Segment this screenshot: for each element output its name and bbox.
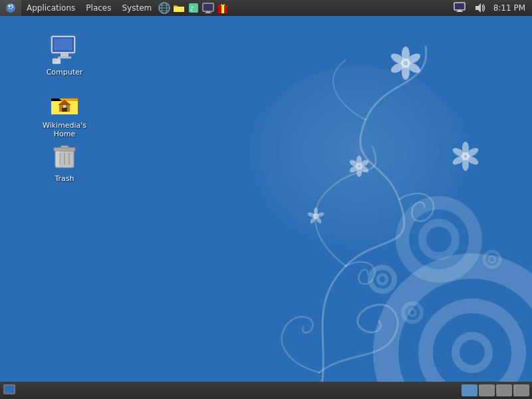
- svg-point-20: [465, 154, 479, 167]
- svg-point-40: [8, 5, 11, 7]
- svg-point-35: [309, 215, 317, 224]
- svg-rect-61: [458, 10, 462, 11]
- screen-icon: [202, 2, 214, 14]
- panel-left: Applications Places System: [0, 0, 230, 16]
- network-status-icon[interactable]: [451, 0, 468, 16]
- gnome-logo: [0, 0, 21, 16]
- trash-icon[interactable]: Trash: [35, 137, 94, 186]
- svg-point-42: [12, 7, 13, 8]
- workspace-4-button[interactable]: [513, 384, 529, 396]
- clock-display[interactable]: 8:11 PM: [491, 0, 528, 16]
- svg-rect-68: [54, 39, 72, 51]
- folder-icon: [173, 2, 185, 14]
- volume-icon: [473, 2, 485, 14]
- computer-icon[interactable]: Computer: [35, 31, 94, 79]
- svg-point-7: [403, 303, 422, 322]
- svg-point-43: [11, 8, 12, 9]
- trash-svg: [49, 140, 80, 172]
- svg-rect-84: [5, 386, 14, 393]
- svg-point-33: [316, 211, 325, 217]
- places-menu[interactable]: Places: [80, 0, 116, 16]
- svg-point-38: [239, 66, 479, 279]
- svg-rect-78: [61, 146, 68, 148]
- svg-text:♪: ♪: [190, 5, 194, 12]
- svg-point-21: [462, 158, 469, 171]
- svg-point-24: [462, 152, 469, 160]
- svg-rect-75: [63, 105, 66, 108]
- svg-rect-58: [221, 5, 224, 13]
- screen-applet-icon[interactable]: [201, 1, 215, 15]
- svg-point-31: [356, 163, 362, 170]
- gnome-foot-icon: [5, 3, 16, 13]
- top-panel: Applications Places System: [0, 0, 532, 16]
- globe-icon: [158, 2, 170, 14]
- home-svg: [49, 86, 80, 118]
- svg-point-2: [456, 336, 489, 369]
- globe-applet-icon[interactable]: [158, 1, 171, 15]
- svg-rect-70: [54, 60, 55, 61]
- svg-point-17: [401, 59, 410, 68]
- bottom-panel: [0, 382, 532, 399]
- svg-point-22: [451, 154, 466, 167]
- svg-point-15: [389, 61, 406, 74]
- svg-rect-71: [56, 60, 59, 61]
- svg-point-39: [6, 3, 15, 13]
- wikimediashome-label: Wikimedia's Home: [37, 121, 92, 138]
- workspace-2-button[interactable]: [479, 384, 495, 396]
- desktop-icon-small: [3, 384, 15, 396]
- svg-rect-53: [206, 11, 210, 13]
- svg-point-13: [406, 61, 422, 74]
- trash-label: Trash: [55, 174, 74, 183]
- svg-point-19: [465, 146, 479, 159]
- svg-point-30: [348, 159, 359, 168]
- svg-point-29: [348, 165, 359, 174]
- svg-point-26: [359, 159, 370, 168]
- svg-point-27: [359, 165, 370, 174]
- svg-point-5: [370, 267, 394, 291]
- svg-point-10: [489, 256, 495, 263]
- svg-rect-60: [455, 3, 464, 9]
- svg-point-32: [314, 207, 318, 215]
- system-label: System: [122, 3, 152, 13]
- svg-point-11: [402, 47, 410, 61]
- places-label: Places: [86, 3, 111, 13]
- svg-point-41: [11, 5, 13, 7]
- system-menu[interactable]: System: [116, 0, 157, 16]
- workspace-switcher: [462, 382, 532, 399]
- gift-icon: [217, 2, 229, 14]
- svg-point-18: [462, 142, 469, 155]
- svg-point-3: [402, 203, 475, 276]
- folder-applet-icon[interactable]: [172, 1, 186, 15]
- show-desktop-button[interactable]: [3, 384, 16, 396]
- workspace-3-button[interactable]: [496, 384, 512, 396]
- svg-point-12: [406, 51, 422, 65]
- svg-point-9: [484, 251, 500, 267]
- network-icon: [454, 2, 466, 14]
- svg-point-28: [356, 168, 362, 177]
- background-art: [186, 27, 532, 399]
- svg-rect-55: [203, 4, 213, 11]
- music-applet-icon[interactable]: ♪: [187, 1, 200, 15]
- svg-point-25: [356, 156, 362, 165]
- applications-menu[interactable]: Applications: [21, 0, 80, 16]
- svg-point-36: [307, 211, 316, 217]
- svg-point-23: [451, 146, 466, 159]
- applications-label: Applications: [27, 3, 75, 13]
- desktop: Applications Places System: [0, 0, 532, 399]
- svg-rect-67: [58, 57, 71, 59]
- gift-applet-icon[interactable]: [216, 1, 229, 15]
- computer-label: Computer: [47, 68, 83, 76]
- wikimediashome-icon[interactable]: Wikimedia's Home: [35, 84, 94, 141]
- panel-right: 8:11 PM: [451, 0, 532, 16]
- music-icon: ♪: [188, 2, 200, 14]
- computer-svg: [49, 33, 80, 65]
- svg-point-34: [315, 215, 323, 224]
- bottom-left: [0, 382, 16, 399]
- svg-marker-63: [475, 3, 481, 13]
- svg-point-4: [422, 223, 456, 256]
- volume-icon-container[interactable]: [471, 0, 488, 16]
- clock-time: 8:11 PM: [493, 3, 525, 13]
- svg-rect-74: [62, 108, 67, 112]
- svg-rect-54: [205, 13, 211, 13]
- workspace-1-button[interactable]: [462, 384, 477, 396]
